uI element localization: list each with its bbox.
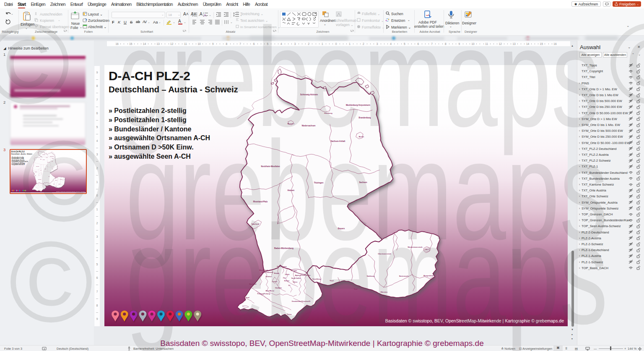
svg-text:Neuchâtel: Neuchâtel [249, 283, 256, 285]
svg-text:Nordrhein-Westfalen: Nordrhein-Westfalen [261, 165, 280, 168]
svg-text:Burgenland: Burgenland [423, 275, 434, 277]
svg-text:Brandenburg: Brandenburg [52, 158, 54, 159]
svg-text:Schleswig-Holstein: Schleswig-Holstein [300, 94, 318, 96]
svg-text:Sachsen-Anhalt: Sachsen-Anhalt [47, 162, 50, 162]
svg-text:Basel-Stadt: Basel-Stadt [260, 270, 268, 271]
svg-text:Hamburg: Hamburg [324, 112, 332, 114]
svg-text:Schwyz: Schwyz [284, 280, 290, 282]
svg-text:Mecklenburg-Vorpommern: Mecklenburg-Vorpommern [346, 104, 370, 106]
svg-text:Rheinland-Pfalz: Rheinland-Pfalz [253, 201, 268, 203]
svg-text:Sankt Gallen: Sankt Gallen [291, 278, 301, 279]
svg-text:Steiermark: Steiermark [399, 275, 409, 277]
svg-text:Thüringen: Thüringen [44, 169, 46, 169]
svg-text:Glarus: Glarus [293, 281, 298, 283]
svg-text:Fribourg/Freiburg: Fribourg/Freiburg [257, 293, 270, 295]
svg-text:Vorarlberg: Vorarlberg [312, 278, 321, 280]
svg-text:Sankt Gallen: Sankt Gallen [41, 184, 43, 185]
svg-text:Sachsen: Sachsen [52, 169, 54, 169]
svg-text:Uri: Uri [288, 285, 291, 286]
svg-text:Burgenland: Burgenland [62, 184, 64, 184]
svg-text:Niederösterreich: Niederösterreich [408, 246, 423, 248]
svg-text:Tirol: Tirol [354, 288, 358, 290]
svg-text:Zürich: Zürich [285, 274, 290, 275]
svg-text:Wien: Wien [425, 249, 429, 251]
svg-text:Baden-Württemberg: Baden-Württemberg [38, 179, 42, 180]
svg-text:Niedersachsen: Niedersachsen [43, 160, 45, 160]
svg-text:Aargau: Aargau [274, 272, 279, 274]
svg-text:Tirol: Tirol [51, 186, 52, 186]
svg-text:Tirol: Tirol [330, 280, 333, 282]
svg-text:Zug: Zug [283, 277, 286, 279]
svg-text:Thüringen: Thüringen [314, 182, 324, 184]
svg-text:Steiermark: Steiermark [58, 183, 60, 184]
svg-text:Hessen: Hessen [288, 189, 295, 191]
svg-text:Kärnten: Kärnten [381, 291, 388, 293]
svg-text:Solothurn: Solothurn [265, 276, 272, 278]
svg-text:Bayern: Bayern [338, 228, 345, 230]
svg-text:Graubünden/Grischun/G: Graubünden/Grischun/G [292, 301, 310, 302]
svg-text:Mecklenburg-Vorpommern: Mecklenburg-Vorpommern [50, 156, 54, 157]
svg-text:Niederösterreich: Niederösterreich [60, 179, 62, 180]
svg-text:A: A [178, 19, 181, 24]
svg-text:Oberösterreich: Oberösterreich [55, 180, 57, 181]
svg-text:Sachsen-Anhalt: Sachsen-Anhalt [331, 140, 345, 142]
svg-text:1: 1 [203, 12, 204, 14]
svg-text:Obwalden: Obwalden [275, 287, 282, 289]
svg-text:Brandenburg: Brandenburg [359, 117, 371, 119]
svg-text:2: 2 [203, 15, 204, 17]
svg-text:Salzburg: Salzburg [367, 275, 375, 277]
svg-text:Fribourg/Freiburg: Fribourg/Freiburg [35, 187, 38, 187]
svg-text:Schaffhausen: Schaffhausen [277, 266, 287, 267]
svg-text:Thurgau: Thurgau [291, 270, 297, 272]
svg-text:Niedersachsen: Niedersachsen [302, 125, 316, 127]
svg-text:Appenzell Innerrhoden: Appenzell Innerrhoden [295, 275, 311, 276]
svg-text:Graubünden/Grischun/G: Graubünden/Grischun/G [41, 188, 44, 189]
svg-text:Schleswig-Holstein: Schleswig-Holstein [42, 154, 45, 155]
svg-text:Vaud: Vaud [245, 297, 249, 299]
svg-text:Bern/Berne: Bern/Berne [266, 290, 274, 292]
svg-text:Rheinland-Pfalz: Rheinland-Pfalz [35, 172, 37, 172]
svg-text:Sachsen: Sachsen [359, 181, 367, 183]
svg-text:Oberösterreich: Oberösterreich [378, 253, 391, 255]
svg-text:Berlin: Berlin [359, 136, 364, 138]
svg-text:Basel-Landschaft: Basel-Landschaft [262, 272, 274, 273]
svg-text:Bremen: Bremen [288, 123, 295, 125]
svg-text:Saarland: Saarland [252, 223, 260, 225]
svg-text:Nordrhein-Westfalen: Nordrhein-Westfalen [36, 166, 39, 167]
svg-text:Luzern: Luzern [272, 281, 278, 283]
svg-text:Baden-Württemberg: Baden-Württemberg [274, 247, 293, 249]
svg-text:Schaffhausen: Schaffhausen [39, 182, 40, 183]
